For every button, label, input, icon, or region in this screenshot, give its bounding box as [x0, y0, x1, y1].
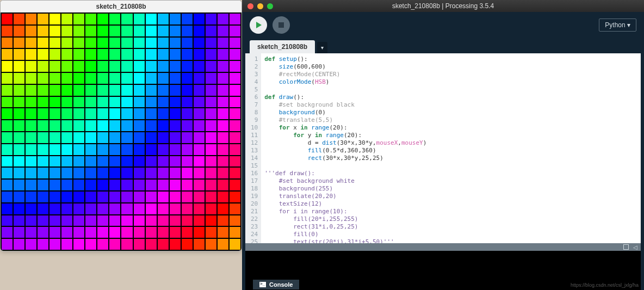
close-window-button[interactable]: [247, 3, 253, 9]
editor-status-strip: ◁: [245, 243, 641, 251]
canvas-cell: [158, 156, 169, 167]
canvas-cell: [146, 239, 157, 250]
canvas-cell: [218, 192, 228, 202]
canvas-cell: [134, 156, 145, 167]
canvas-cell: [73, 215, 84, 226]
sketch-canvas[interactable]: [1, 13, 242, 251]
stop-button[interactable]: [273, 16, 290, 34]
canvas-cell: [146, 49, 157, 60]
canvas-cell: [49, 108, 60, 119]
line-number-gutter: 1234567891011121314151617181920212223242…: [245, 53, 261, 243]
ide-toolbar: Python ▾: [242, 12, 644, 38]
canvas-cell: [97, 61, 108, 72]
canvas-cell: [97, 108, 108, 119]
canvas-cell: [206, 108, 216, 119]
canvas-cell: [218, 144, 228, 155]
canvas-cell: [97, 192, 108, 202]
canvas-cell: [230, 156, 240, 167]
canvas-cell: [85, 132, 96, 143]
canvas-cell: [2, 26, 13, 36]
canvas-cell: [170, 180, 181, 190]
status-icon[interactable]: [623, 244, 629, 250]
canvas-cell: [230, 26, 240, 36]
canvas-cell: [218, 26, 228, 36]
canvas-cell: [230, 203, 240, 214]
canvas-cell: [182, 203, 193, 214]
canvas-cell: [109, 239, 120, 250]
canvas-cell: [206, 156, 216, 167]
canvas-cell: [182, 239, 193, 250]
canvas-cell: [134, 203, 145, 214]
canvas-cell: [194, 215, 205, 226]
canvas-cell: [49, 180, 60, 190]
canvas-cell: [158, 61, 169, 72]
canvas-cell: [170, 156, 181, 167]
minimize-window-button[interactable]: [257, 3, 263, 9]
canvas-cell: [97, 38, 108, 48]
canvas-cell: [182, 97, 193, 108]
canvas-cell: [97, 156, 108, 167]
canvas-cell: [146, 227, 157, 238]
canvas-cell: [109, 108, 120, 119]
canvas-cell: [61, 120, 72, 131]
canvas-cell: [170, 132, 181, 143]
canvas-cell: [73, 132, 84, 143]
canvas-cell: [14, 192, 24, 202]
canvas-cell: [194, 61, 205, 72]
canvas-cell: [158, 192, 169, 202]
canvas-cell: [49, 239, 60, 250]
canvas-cell: [97, 85, 108, 96]
canvas-cell: [170, 97, 181, 108]
canvas-cell: [109, 14, 120, 24]
canvas-cell: [134, 14, 145, 24]
run-button[interactable]: [250, 16, 267, 34]
canvas-cell: [158, 26, 169, 36]
canvas-cell: [121, 215, 132, 226]
canvas-cell: [61, 144, 72, 155]
canvas-cell: [170, 49, 181, 60]
canvas-cell: [38, 203, 48, 214]
canvas-cell: [61, 156, 72, 167]
canvas-cell: [182, 120, 193, 131]
canvas-cell: [121, 156, 132, 167]
canvas-cell: [109, 61, 120, 72]
code-editor[interactable]: 1234567891011121314151617181920212223242…: [245, 53, 641, 243]
canvas-cell: [73, 156, 84, 167]
canvas-cell: [38, 239, 48, 250]
canvas-cell: [61, 168, 72, 178]
canvas-cell: [2, 156, 13, 167]
canvas-cell: [134, 144, 145, 155]
watermark-text: https://blog.csdn.net/csl_jxlg/ha: [571, 282, 639, 288]
canvas-cell: [61, 192, 72, 202]
canvas-cell: [73, 168, 84, 178]
status-arrow-icon[interactable]: ◁: [633, 244, 637, 250]
canvas-cell: [85, 192, 96, 202]
sketch-window-titlebar[interactable]: sketch_210808b: [1, 1, 242, 13]
canvas-cell: [85, 227, 96, 238]
ide-titlebar[interactable]: sketch_210808b | Processing 3.5.4: [242, 0, 644, 12]
canvas-cell: [109, 120, 120, 131]
canvas-cell: [218, 156, 228, 167]
tab-dropdown[interactable]: ▾: [317, 42, 327, 53]
canvas-cell: [109, 227, 120, 238]
canvas-cell: [61, 14, 72, 24]
canvas-cell: [170, 120, 181, 131]
canvas-cell: [158, 38, 169, 48]
canvas-cell: [218, 180, 228, 190]
canvas-cell: [206, 239, 216, 250]
console-output[interactable]: [245, 251, 641, 279]
canvas-cell: [109, 49, 120, 60]
sketch-tab[interactable]: sketch_210808b: [250, 40, 315, 53]
canvas-cell: [182, 168, 193, 178]
canvas-cell: [206, 144, 216, 155]
mode-selector[interactable]: Python ▾: [599, 18, 636, 32]
console-tab[interactable]: Console: [253, 280, 299, 289]
zoom-window-button[interactable]: [267, 3, 273, 9]
canvas-cell: [14, 168, 24, 178]
canvas-cell: [194, 168, 205, 178]
canvas-cell: [109, 180, 120, 190]
canvas-cell: [134, 227, 145, 238]
code-area[interactable]: def setup(): size(600,600) #rectMode(CEN…: [261, 53, 641, 243]
canvas-cell: [85, 38, 96, 48]
canvas-cell: [109, 73, 120, 84]
